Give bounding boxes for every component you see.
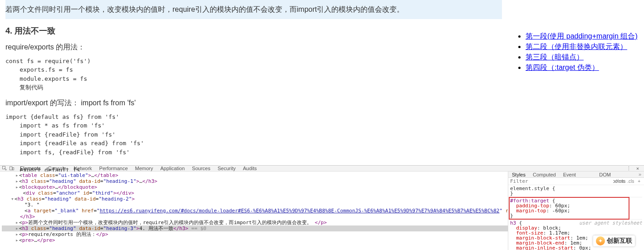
brand-icon: ✦ <box>596 236 605 245</box>
styles-tab-eventlisteners[interactable]: Event Listeners <box>560 172 595 177</box>
toc-sidebar: 第一段(使用 padding+margin 组合) 第二段（使用非替换内联元素）… <box>507 26 644 74</box>
styles-filter-input[interactable] <box>510 178 613 184</box>
toc-item: 第二段（使用非替换内联元素） <box>526 42 644 52</box>
close-icon[interactable]: × <box>635 166 640 171</box>
cls-button[interactable]: .cls <box>625 179 636 184</box>
styles-tab-computed[interactable]: Computed <box>529 172 560 177</box>
import-label: import/export 的写法： import fs from 'fs' <box>5 98 502 108</box>
brand-text: 创新互联 <box>607 237 632 245</box>
styles-tabs-overflow-icon[interactable]: » <box>636 172 644 177</box>
add-rule-button[interactable]: + <box>636 179 642 184</box>
toc-link-4[interactable]: 第四段（:target 伪类） <box>526 64 599 71</box>
code-block-import: import {default as fs} from 'fs' import … <box>5 113 502 175</box>
code-block-require: const fs = require('fs') exports.fs = fs… <box>5 57 502 92</box>
settings-icon[interactable]: ⋮ <box>626 166 631 171</box>
toc-item: 第四段（:target 伪类） <box>526 63 644 73</box>
styles-tab-styles[interactable]: Styles <box>508 172 529 177</box>
hov-button[interactable]: :hov <box>613 179 625 184</box>
require-label: require/exports 的用法： <box>5 43 502 52</box>
styles-tab-dombreakpoints[interactable]: DOM Breakpoints <box>595 172 636 177</box>
dom-tree[interactable]: ▸<table class="ui-table">…</table>▸<h3 c… <box>0 172 508 250</box>
toc-link-1[interactable]: 第一段(使用 padding+margin 组合) <box>526 32 638 40</box>
devtools-panel: Elements Console Network Performance Mem… <box>0 165 644 250</box>
highlight-text: 若两个文件同时引用一个模块，改变模块内的值时，require引入的模块内的值不会… <box>5 4 502 15</box>
highlight-note: 若两个文件同时引用一个模块，改变模块内的值时，require引入的模块内的值不会… <box>5 0 502 19</box>
toc-item: 第一段(使用 padding+margin 组合) <box>526 32 644 41</box>
brand-badge[interactable]: ✦ 创新互联 <box>593 235 635 246</box>
toc-item: 第三段（暗锚点） <box>526 53 644 62</box>
toc-link-2[interactable]: 第二段（使用非替换内联元素） <box>526 43 627 50</box>
toc-link-3[interactable]: 第三段（暗锚点） <box>526 53 584 61</box>
heading-4: 4. 用法不一致 <box>5 25 502 36</box>
